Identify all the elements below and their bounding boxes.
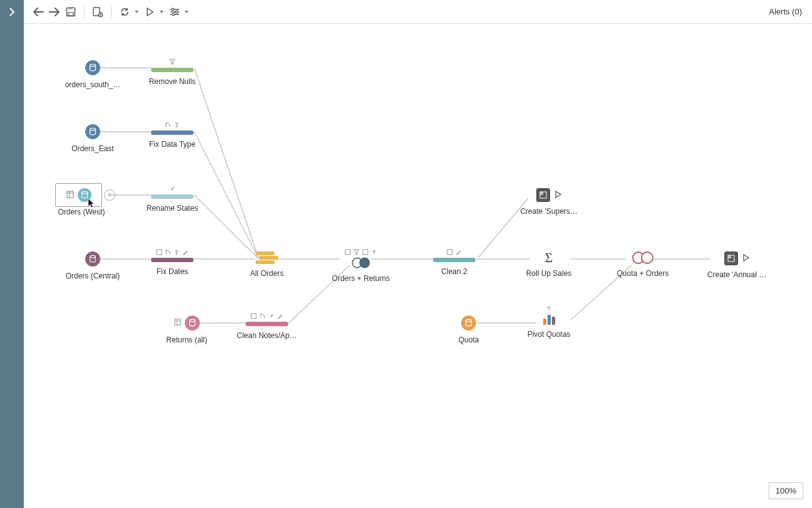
pivot-icon <box>543 314 555 325</box>
node-label: Pivot Quotas <box>528 330 571 339</box>
output-icon <box>536 188 550 202</box>
svg-point-6 <box>175 11 178 13</box>
database-icon <box>185 315 200 331</box>
join-icon <box>632 251 653 264</box>
node-label: Create 'Annual … <box>707 270 766 279</box>
input-node-quota[interactable]: Quota <box>428 315 509 344</box>
remove-field-icon <box>345 249 351 255</box>
table-icon <box>174 319 181 327</box>
flow-canvas[interactable]: orders_south_… Remove Nulls Orders_East … <box>24 24 812 508</box>
output-icon <box>724 251 738 265</box>
svg-point-29 <box>81 191 87 194</box>
svg-rect-2 <box>68 13 73 16</box>
svg-rect-34 <box>447 250 452 255</box>
svg-rect-36 <box>540 192 543 195</box>
clean-node-clean2[interactable]: Clean 2 <box>414 249 495 276</box>
union-icon <box>256 251 278 264</box>
node-label: Clean Notes/Ap… <box>237 331 297 340</box>
forward-button[interactable] <box>46 4 63 20</box>
type-change-icon <box>371 249 377 255</box>
paperclip-icon <box>169 186 175 192</box>
back-button[interactable] <box>30 4 46 20</box>
toolbar: Alerts (0) <box>24 0 812 24</box>
svg-point-7 <box>172 13 175 16</box>
database-icon <box>85 251 100 267</box>
node-label: orders_south_… <box>65 80 121 89</box>
input-node-orders-east[interactable]: Orders_East <box>52 124 133 153</box>
rename-icon <box>165 249 171 255</box>
node-label: Clean 2 <box>441 267 467 276</box>
clean-pill <box>433 258 476 262</box>
alerts-button[interactable]: Alerts (0) <box>765 7 806 16</box>
refresh-button[interactable] <box>117 4 133 20</box>
node-label: Returns (all) <box>166 336 207 344</box>
save-button[interactable] <box>63 4 79 20</box>
join-node-orders-returns[interactable]: Orders + Returns <box>320 249 402 283</box>
rename-icon <box>362 249 368 255</box>
svg-rect-39 <box>174 319 180 325</box>
clean-pill <box>151 194 194 199</box>
clean-pill <box>151 68 194 72</box>
join-node-quota-orders[interactable]: Quota + Orders <box>602 251 684 278</box>
svg-rect-33 <box>363 250 368 255</box>
clean-node-fix-data-type[interactable]: Fix Data Type <box>132 122 213 149</box>
filter-icon <box>353 249 360 255</box>
add-connection-button[interactable] <box>90 4 106 20</box>
clean-pill <box>246 322 288 326</box>
output-node-create-annual[interactable]: Create 'Annual … <box>696 251 778 279</box>
database-icon <box>85 124 100 139</box>
edit-icon <box>277 313 283 319</box>
input-node-orders-south[interactable]: orders_south_… <box>52 60 133 89</box>
node-label: Orders (Central) <box>66 272 120 280</box>
type-change-icon <box>174 249 180 255</box>
expand-sidebar-button[interactable] <box>0 0 24 24</box>
svg-line-13 <box>194 68 259 259</box>
clean-pill <box>151 130 194 135</box>
node-label-orders-west-wrap: Orders (West) <box>41 203 122 216</box>
node-label: Quota + Orders <box>617 269 669 278</box>
type-change-icon <box>174 122 180 128</box>
svg-rect-41 <box>251 314 256 319</box>
node-label: Create 'Supers… <box>520 207 578 216</box>
input-node-returns-all[interactable]: Returns (all) <box>146 315 227 344</box>
run-flow-button[interactable] <box>142 4 158 20</box>
remove-field-icon <box>251 313 257 319</box>
zoom-level[interactable]: 100% <box>769 482 803 499</box>
aggregate-node-rollup-sales[interactable]: Σ Roll Up Sales <box>508 251 590 278</box>
svg-rect-1 <box>68 8 72 10</box>
sigma-icon: Σ <box>545 251 553 264</box>
svg-rect-28 <box>67 191 73 198</box>
output-node-create-supers[interactable]: Create 'Supers… <box>508 188 590 216</box>
join-icon <box>352 258 370 268</box>
clean-node-fix-dates[interactable]: Fix Dates <box>132 249 213 276</box>
svg-rect-38 <box>728 255 731 258</box>
svg-rect-32 <box>345 250 350 255</box>
svg-point-27 <box>90 128 96 130</box>
paperclip-icon <box>268 313 274 319</box>
edit-icon <box>182 249 189 255</box>
rename-icon <box>165 122 171 128</box>
clean-node-remove-nulls[interactable]: Remove Nulls <box>132 59 213 86</box>
node-label: Remove Nulls <box>149 77 196 86</box>
clean-node-clean-notes[interactable]: Clean Notes/Ap… <box>226 313 308 340</box>
node-label: Roll Up Sales <box>526 269 572 278</box>
svg-point-30 <box>90 255 96 258</box>
run-output-button[interactable] <box>743 254 749 263</box>
node-label: Orders_East <box>71 144 113 153</box>
clean-pill <box>151 258 194 262</box>
node-label: All Orders <box>250 269 283 278</box>
settings-button[interactable] <box>167 4 183 20</box>
mouse-cursor-icon <box>88 198 95 208</box>
node-label: Orders + Returns <box>332 274 390 283</box>
database-icon <box>85 60 100 75</box>
edit-icon <box>455 249 462 255</box>
toolbar-separator <box>84 5 85 19</box>
run-output-button[interactable] <box>555 191 561 200</box>
union-node-all-orders[interactable]: All Orders <box>226 251 308 278</box>
svg-point-40 <box>189 319 195 322</box>
input-node-orders-central[interactable]: Orders (Central) <box>52 251 133 280</box>
add-step-button[interactable]: + <box>104 189 115 201</box>
type-change-icon <box>546 305 552 314</box>
clean-node-rename-states[interactable]: Rename States <box>132 186 213 213</box>
pivot-node-pivot-quotas[interactable]: Pivot Quotas <box>508 314 590 339</box>
